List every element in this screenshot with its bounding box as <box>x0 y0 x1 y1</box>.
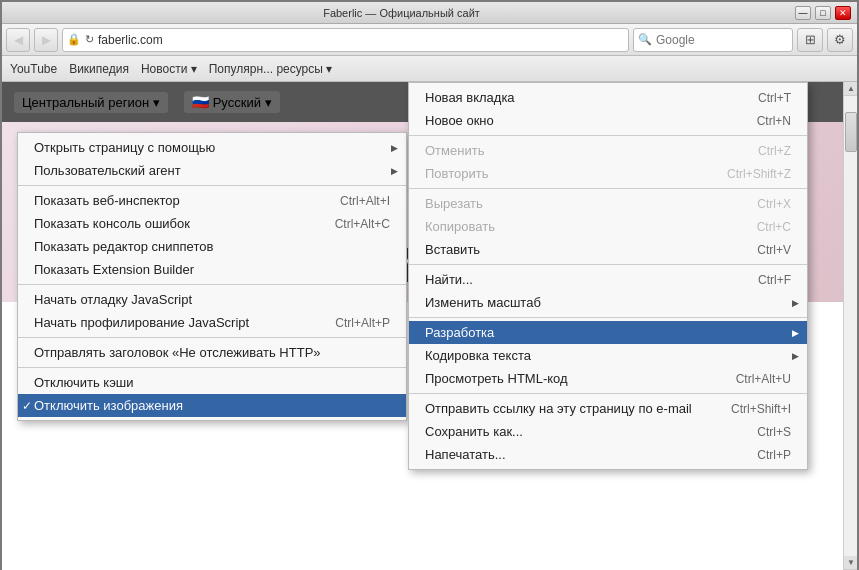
menu-disable-images[interactable]: ✓ Отключить изображения <box>18 394 406 417</box>
separator-r2 <box>409 188 807 189</box>
page-content: Центральный регион ▾ 🇷🇺 Русский ▾ «ЗАЩИТ… <box>2 82 857 570</box>
context-menu-main: Новая вкладка Ctrl+T Новое окно Ctrl+N О… <box>408 82 808 470</box>
menu-send-no-track[interactable]: Отправлять заголовок «Не отслеживать HTT… <box>18 341 406 364</box>
region-selector[interactable]: Центральный регион ▾ <box>14 92 168 113</box>
menu-disable-cache[interactable]: Отключить кэши <box>18 371 406 394</box>
context-menu-developer: Открыть страницу с помощью Пользовательс… <box>17 132 407 421</box>
menu-new-window[interactable]: Новое окно Ctrl+N <box>409 109 807 132</box>
language-text: Русский ▾ <box>213 95 272 110</box>
close-button[interactable]: ✕ <box>835 6 851 20</box>
menu-show-snippets[interactable]: Показать редактор сниппетов <box>18 235 406 258</box>
forward-button[interactable]: ▶ <box>34 28 58 52</box>
menu-show-console[interactable]: Показать консоль ошибок Ctrl+Alt+C <box>18 212 406 235</box>
search-icon: 🔍 <box>638 33 652 46</box>
window-controls: — □ ✕ <box>795 6 851 20</box>
separator-r1 <box>409 135 807 136</box>
bookmarks-button[interactable]: ⊞ <box>797 28 823 52</box>
menu-text-encoding[interactable]: Кодировка текста <box>409 344 807 367</box>
separator-r4 <box>409 317 807 318</box>
maximize-button[interactable]: □ <box>815 6 831 20</box>
title-bar: Faberlic — Официальный сайт — □ ✕ <box>2 2 857 24</box>
menu-user-agent[interactable]: Пользовательский агент <box>18 159 406 182</box>
settings-button[interactable]: ⚙ <box>827 28 853 52</box>
address-bar: 🔒 ↻ <box>62 28 629 52</box>
separator-1 <box>18 185 406 186</box>
scroll-arrow-up[interactable]: ▲ <box>844 82 857 96</box>
separator-2 <box>18 284 406 285</box>
scroll-arrow-down[interactable]: ▼ <box>844 556 857 570</box>
bookmark-youtube[interactable]: YouTube <box>10 62 57 76</box>
menu-redo[interactable]: Повторить Ctrl+Shift+Z <box>409 162 807 185</box>
menu-paste[interactable]: Вставить Ctrl+V <box>409 238 807 261</box>
menu-send-link[interactable]: Отправить ссылку на эту страницу по e-ma… <box>409 397 807 420</box>
lock-icon: 🔒 <box>67 33 81 46</box>
bookmark-popular[interactable]: Популярн... ресурсы ▾ <box>209 62 333 76</box>
menu-cut[interactable]: Вырезать Ctrl+X <box>409 192 807 215</box>
menu-new-tab[interactable]: Новая вкладка Ctrl+T <box>409 86 807 109</box>
separator-4 <box>18 367 406 368</box>
menu-devtools[interactable]: Разработка <box>409 321 807 344</box>
bookmark-news[interactable]: Новости ▾ <box>141 62 197 76</box>
menu-zoom[interactable]: Изменить масштаб <box>409 291 807 314</box>
menu-start-js-profile[interactable]: Начать профилирование JavaScript Ctrl+Al… <box>18 311 406 334</box>
menu-show-inspector[interactable]: Показать веб-инспектор Ctrl+Alt+I <box>18 189 406 212</box>
separator-r3 <box>409 264 807 265</box>
menu-save-as[interactable]: Сохранить как... Ctrl+S <box>409 420 807 443</box>
menu-start-js-debug[interactable]: Начать отладку JavaScript <box>18 288 406 311</box>
toolbar: ◀ ▶ 🔒 ↻ 🔍 ⊞ ⚙ <box>2 24 857 56</box>
search-input[interactable] <box>656 33 806 47</box>
scroll-thumb[interactable] <box>845 112 857 152</box>
separator-3 <box>18 337 406 338</box>
flag-icon: 🇷🇺 <box>192 94 209 110</box>
bookmarks-bar: YouTube Википедия Новости ▾ Популярн... … <box>2 56 857 82</box>
separator-r5 <box>409 393 807 394</box>
region-text: Центральный регион ▾ <box>22 95 160 110</box>
window-title: Faberlic — Официальный сайт <box>8 7 795 19</box>
menu-open-with[interactable]: Открыть страницу с помощью <box>18 136 406 159</box>
menu-show-ext-builder[interactable]: Показать Extension Builder <box>18 258 406 281</box>
menu-print[interactable]: Напечатать... Ctrl+P <box>409 443 807 466</box>
browser-window: Faberlic — Официальный сайт — □ ✕ ◀ ▶ 🔒 … <box>0 0 859 570</box>
bookmark-wikipedia[interactable]: Википедия <box>69 62 129 76</box>
check-icon: ✓ <box>22 399 32 413</box>
language-selector[interactable]: 🇷🇺 Русский ▾ <box>184 91 280 113</box>
minimize-button[interactable]: — <box>795 6 811 20</box>
address-input[interactable] <box>98 33 624 47</box>
back-button[interactable]: ◀ <box>6 28 30 52</box>
refresh-icon[interactable]: ↻ <box>85 33 94 46</box>
menu-undo[interactable]: Отменить Ctrl+Z <box>409 139 807 162</box>
menu-copy[interactable]: Копировать Ctrl+C <box>409 215 807 238</box>
search-bar: 🔍 <box>633 28 793 52</box>
scrollbar[interactable]: ▲ ▼ <box>843 82 857 570</box>
menu-find[interactable]: Найти... Ctrl+F <box>409 268 807 291</box>
menu-view-source[interactable]: Просмотреть HTML-код Ctrl+Alt+U <box>409 367 807 390</box>
